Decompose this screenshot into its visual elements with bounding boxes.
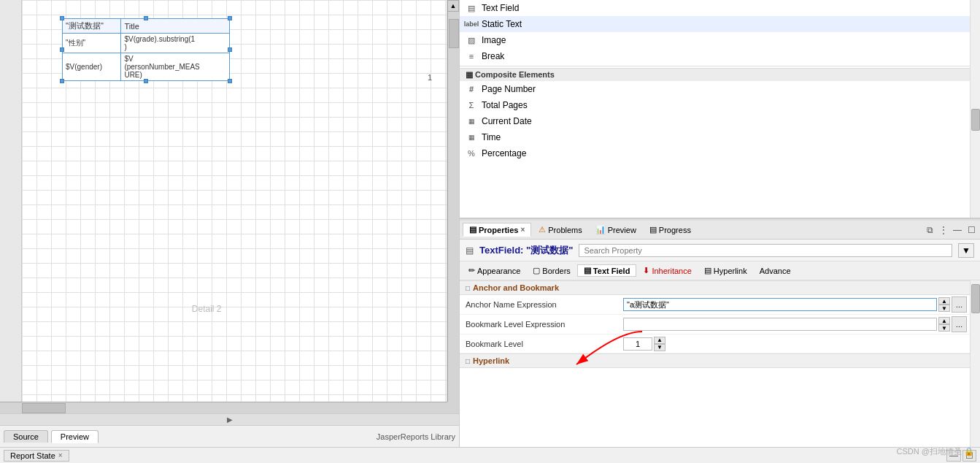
palette-time-label: Time	[482, 132, 501, 142]
section-collapse-icon: □	[466, 284, 470, 292]
tab-problems-icon: ⚠	[539, 225, 546, 234]
anchor-name-value: ▲ ▼ …	[620, 295, 970, 314]
bookmark-level-row: Bookmark Level ▲ ▼	[460, 334, 970, 353]
props-scrollbar[interactable]	[970, 280, 980, 447]
tab-properties[interactable]: ▤ Properties ×	[463, 223, 531, 237]
appearance-label: Appearance	[477, 267, 520, 275]
bookmark-expr-spinner-up[interactable]: ▲	[938, 317, 950, 324]
table-header-col2: Title	[121, 19, 230, 34]
report-table[interactable]: "测试数据" Title "性别" $V(grade).substring(1)…	[62, 18, 230, 81]
canvas-scrollbar-h[interactable]	[0, 402, 447, 413]
bookmark-level-down[interactable]: ▼	[654, 344, 665, 351]
palette-item-totalpages[interactable]: Σ Total Pages	[460, 97, 970, 113]
hyperlink-header[interactable]: □ Hyperlink	[460, 353, 970, 368]
props-content: □ Anchor and Bookmark Anchor Name Expres…	[460, 280, 980, 447]
subtab-hyperlink[interactable]: ▤ Hyperlink	[698, 265, 753, 276]
v-scroll-thumb[interactable]	[449, 19, 459, 48]
table-cell-1-2: $V(grade).substring(1)	[121, 34, 230, 53]
table-cell-2-2: $V (personNumber_MEAS URE)	[121, 53, 230, 81]
handle-tr[interactable]	[228, 16, 232, 20]
csdn-watermark: CSDN @扫地情圣 🔒	[897, 446, 974, 457]
palette-scrollbar[interactable]	[970, 0, 980, 218]
bookmark-expr-spinner-down[interactable]: ▼	[938, 324, 950, 332]
props-search-input[interactable]	[579, 244, 952, 257]
palette-item-currentdate[interactable]: ▦ Current Date	[460, 113, 970, 129]
props-search-dropdown[interactable]: ▼	[958, 243, 974, 258]
canvas-scrollbar-v[interactable]	[447, 12, 459, 402]
status-tab-close[interactable]: ×	[58, 451, 63, 459]
anchor-spinner-up[interactable]: ▲	[938, 297, 950, 305]
canvas-area: ▲	[0, 0, 459, 413]
tab-preview[interactable]: Preview	[51, 430, 99, 443]
handle-bm[interactable]	[144, 79, 148, 83]
tab-properties-close[interactable]: ×	[520, 226, 525, 234]
palette-pagenumber-label: Page Number	[482, 84, 536, 94]
canvas-scroll-top-btn[interactable]: ▲	[447, 0, 459, 12]
props-icon-menu[interactable]: ⋮	[938, 224, 949, 236]
report-table-container[interactable]: "测试数据" Title "性别" $V(grade).substring(1)…	[62, 18, 230, 81]
anchor-bookmark-header[interactable]: □ Anchor and Bookmark	[460, 280, 970, 295]
handle-br[interactable]	[228, 79, 232, 83]
image-icon: ▨	[466, 34, 477, 46]
dropdown-arrow: ▼	[962, 245, 971, 256]
tab-progress[interactable]: ▤ Progress	[644, 223, 697, 236]
bookmark-level-expr-value: ▲ ▼ …	[620, 315, 970, 334]
palette-item-textfield[interactable]: ▤ Text Field	[460, 0, 970, 16]
bookmark-level-expr-input[interactable]	[623, 318, 937, 331]
props-icon-external[interactable]: ⧉	[924, 224, 935, 236]
palette-scroll-thumb[interactable]	[971, 109, 980, 131]
props-icon-minimize[interactable]: —	[952, 224, 963, 236]
palette-item-percentage[interactable]: % Percentage	[460, 145, 970, 161]
subtab-advance[interactable]: Advance	[754, 266, 797, 276]
bookmark-level-input[interactable]	[623, 337, 652, 351]
status-tab-report[interactable]: Report State ×	[4, 450, 69, 462]
palette-item-break[interactable]: ≡ Break	[460, 48, 970, 64]
anchor-spinner: ▲ ▼	[938, 297, 950, 312]
handle-mr[interactable]	[228, 47, 232, 52]
anchor-name-label: Anchor Name Expression	[460, 297, 620, 312]
composite-elements-header[interactable]: ▦ Composite Elements	[460, 68, 970, 81]
anchor-spinner-down[interactable]: ▼	[938, 305, 950, 312]
tab-source[interactable]: Source	[4, 430, 48, 443]
table-row-1: "性别" $V(grade).substring(1)	[63, 34, 230, 53]
tab-problems[interactable]: ⚠ Problems	[533, 223, 587, 236]
tab-progress-icon: ▤	[649, 225, 657, 234]
tab-problems-label: Problems	[548, 226, 582, 234]
jasper-label: JasperReports Library	[377, 432, 455, 441]
props-icon-maximize[interactable]: ☐	[965, 224, 977, 236]
props-title-icon: ▤	[466, 245, 474, 256]
bookmark-level-up[interactable]: ▲	[654, 337, 665, 344]
inheritance-icon: ⬇	[643, 266, 649, 275]
handle-tl[interactable]	[60, 16, 64, 20]
handle-bl[interactable]	[60, 79, 64, 83]
subtab-textfield[interactable]: ▤ Text Field	[577, 264, 637, 277]
anchor-name-row: Anchor Name Expression ▲ ▼ …	[460, 295, 970, 315]
subtab-appearance[interactable]: ✏ Appearance	[463, 265, 526, 276]
textfield-icon: ▤	[584, 266, 591, 275]
table-cell-2-1: $V(gender)	[63, 53, 121, 81]
subtab-inheritance[interactable]: ⬇ Inheritance	[637, 265, 697, 276]
hyperlink-icon: ▤	[704, 266, 711, 275]
bookmark-expr-browse-btn[interactable]: …	[952, 316, 967, 332]
palette-item-time[interactable]: ▦ Time	[460, 129, 970, 145]
tab-preview[interactable]: 📊 Preview	[590, 223, 642, 236]
tab-properties-icon: ▤	[469, 225, 477, 234]
handle-ml[interactable]	[60, 47, 64, 52]
canvas-expand-btn[interactable]: ▶	[0, 413, 459, 425]
anchor-name-input[interactable]	[623, 298, 937, 311]
right-panel: ▤ Text Field label Static Text ▨ Image ≡…	[460, 0, 980, 447]
tab-preview-label: Preview	[608, 226, 636, 234]
page-number: 1	[428, 73, 432, 82]
anchor-browse-btn[interactable]: …	[952, 296, 967, 313]
totalpages-icon: Σ	[466, 99, 477, 111]
composite-label: Composite Elements	[475, 70, 555, 79]
props-scroll-thumb[interactable]	[971, 284, 980, 313]
palette-item-pagenumber[interactable]: # Page Number	[460, 81, 970, 97]
h-scroll-thumb[interactable]	[22, 403, 66, 413]
palette-item-statictext[interactable]: label Static Text	[460, 16, 970, 32]
handle-tm[interactable]	[144, 16, 148, 20]
subtab-borders[interactable]: ▢ Borders	[527, 265, 576, 276]
inheritance-label: Inheritance	[652, 267, 691, 275]
bookmark-level-expr-row: Bookmark Level Expression ▲ ▼ …	[460, 315, 970, 334]
palette-item-image[interactable]: ▨ Image	[460, 32, 970, 48]
